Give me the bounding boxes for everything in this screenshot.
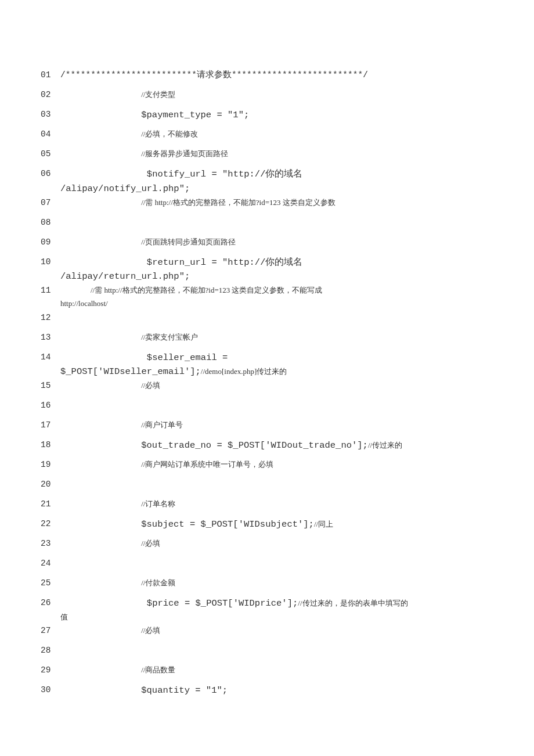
code-text: $payment_type = "1"; xyxy=(141,110,249,120)
code-text: $price = $_POST['WIDprice']; xyxy=(60,598,298,609)
line-number: 24 xyxy=(41,557,60,577)
code-row: 05 //服务器异步通知页面路径 xyxy=(41,147,493,167)
indent xyxy=(60,578,141,588)
line-number: 18 xyxy=(41,438,60,458)
code-row: 20 xyxy=(41,478,493,498)
code-row: 26 $price = $_POST['WIDprice'];//传过来的，是你… xyxy=(41,596,493,624)
line-number: 07 xyxy=(41,196,60,216)
code-line: $price = $_POST['WIDprice'];//传过来的，是你的表单… xyxy=(60,596,493,624)
code-line: /**************************请求参数*********… xyxy=(60,69,493,88)
code-comment: //传过来的 xyxy=(368,441,402,449)
code-row: 24 xyxy=(41,557,493,577)
code-row: 19 //商户网站订单系统中唯一订单号，必填 xyxy=(41,458,493,478)
line-number: 16 xyxy=(41,399,60,419)
line-number: 19 xyxy=(41,458,60,478)
code-row: 01/**************************请求参数*******… xyxy=(41,69,493,88)
code-row: 03 $payment_type = "1"; xyxy=(41,108,493,128)
line-number: 02 xyxy=(41,88,60,108)
indent xyxy=(60,129,141,139)
line-number: 04 xyxy=(41,128,60,147)
indent xyxy=(60,499,141,509)
code-line xyxy=(60,216,493,236)
line-number: 12 xyxy=(41,311,60,331)
code-line: //卖家支付宝帐户 xyxy=(60,331,493,351)
code-comment: //商户订单号 xyxy=(141,420,183,429)
code-text: $return_url = "http://你的域名 /alipay/retur… xyxy=(60,257,302,282)
code-text: $out_trade_no = $_POST['WIDout_trade_no'… xyxy=(141,440,368,451)
code-row: 11 //需 http://格式的完整路径，不能加?id=123 这类自定义参数… xyxy=(41,284,493,311)
indent xyxy=(60,665,141,675)
indent xyxy=(60,110,141,120)
code-line: //付款金额 xyxy=(60,577,493,596)
code-comment: //需 http://格式的完整路径，不能加?id=123 这类自定义参数，不能… xyxy=(60,286,323,308)
code-text: $subject = $_POST['WIDsubject']; xyxy=(141,519,314,530)
code-row: 16 xyxy=(41,399,493,419)
indent xyxy=(60,539,141,548)
code-row: 12 xyxy=(41,311,493,331)
code-line: //需 http://格式的完整路径，不能加?id=123 这类自定义参数 xyxy=(60,196,493,216)
line-number: 10 xyxy=(41,255,60,285)
code-comment: //支付类型 xyxy=(141,90,175,99)
code-row: 15 //必填 xyxy=(41,379,493,399)
line-number: 15 xyxy=(41,379,60,399)
code-line: //页面跳转同步通知页面路径 xyxy=(60,236,493,255)
line-number: 23 xyxy=(41,537,60,557)
code-line: //需 http://格式的完整路径，不能加?id=123 这类自定义参数，不能… xyxy=(60,284,493,311)
line-number: 22 xyxy=(41,517,60,537)
code-comment: //订单名称 xyxy=(141,499,175,508)
line-number: 27 xyxy=(41,624,60,644)
code-comment: //需 http://格式的完整路径，不能加?id=123 这类自定义参数 xyxy=(141,198,335,207)
line-number: 26 xyxy=(41,596,60,624)
code-row: 25 //付款金额 xyxy=(41,577,493,596)
code-text: $notify_url = "http://你的域名 /alipay/notif… xyxy=(60,169,302,194)
line-number: 17 xyxy=(41,419,60,438)
code-line: $notify_url = "http://你的域名 /alipay/notif… xyxy=(60,167,493,196)
code-line xyxy=(60,557,493,577)
code-comment: //商品数量 xyxy=(141,665,175,674)
code-line: //必填 xyxy=(60,624,493,644)
code-row: 27 //必填 xyxy=(41,624,493,644)
code-line: //服务器异步通知页面路径 xyxy=(60,147,493,167)
line-number: 01 xyxy=(41,69,60,88)
code-listing: 01/**************************请求参数*******… xyxy=(41,69,493,703)
code-comment: //demo[index.php]传过来的 xyxy=(201,367,287,376)
code-line: //商户网站订单系统中唯一订单号，必填 xyxy=(60,458,493,478)
indent xyxy=(60,626,141,635)
code-line: //必填 xyxy=(60,537,493,557)
code-comment: //卖家支付宝帐户 xyxy=(141,333,198,341)
indent xyxy=(60,237,141,247)
code-row: 13 //卖家支付宝帐户 xyxy=(41,331,493,351)
code-comment: //页面跳转同步通知页面路径 xyxy=(141,237,236,246)
code-comment: //必填 xyxy=(141,626,160,635)
code-line: $payment_type = "1"; xyxy=(60,108,493,128)
line-number: 29 xyxy=(41,664,60,683)
line-number: 20 xyxy=(41,478,60,498)
document-page: 01/**************************请求参数*******… xyxy=(0,0,534,726)
code-line: //支付类型 xyxy=(60,88,493,108)
code-line: $subject = $_POST['WIDsubject'];//同上 xyxy=(60,517,493,537)
code-row: 23 //必填 xyxy=(41,537,493,557)
code-row: 07 //需 http://格式的完整路径，不能加?id=123 这类自定义参数 xyxy=(41,196,493,216)
code-comment: //付款金额 xyxy=(141,578,175,587)
code-text: /**************************请求参数*********… xyxy=(60,70,368,80)
indent xyxy=(60,420,141,430)
code-line: //商户订单号 xyxy=(60,419,493,438)
code-line xyxy=(60,399,493,419)
indent xyxy=(60,520,141,529)
indent xyxy=(60,381,141,390)
code-line: $out_trade_no = $_POST['WIDout_trade_no'… xyxy=(60,438,493,458)
code-line: //商品数量 xyxy=(60,664,493,683)
line-number: 09 xyxy=(41,236,60,255)
line-number: 25 xyxy=(41,577,60,596)
indent xyxy=(60,198,141,207)
code-line: $quantity = "1"; xyxy=(60,683,493,703)
line-number: 11 xyxy=(41,284,60,311)
code-row: 08 xyxy=(41,216,493,236)
code-row: 28 xyxy=(41,644,493,664)
code-row: 06 $notify_url = "http://你的域名 /alipay/no… xyxy=(41,167,493,196)
code-line: $seller_email = $_POST['WIDseller_email'… xyxy=(60,351,493,380)
code-comment: //必填 xyxy=(141,539,160,548)
code-line xyxy=(60,644,493,664)
code-line: //订单名称 xyxy=(60,498,493,517)
line-number: 14 xyxy=(41,351,60,380)
